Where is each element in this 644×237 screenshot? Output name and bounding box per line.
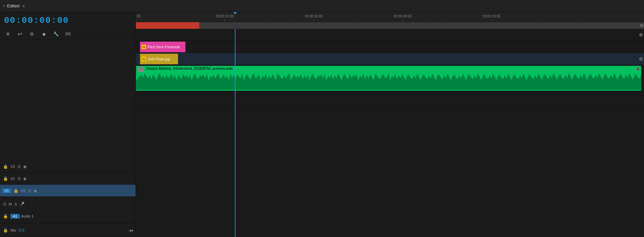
ruler-mark-15: 00:00:15:00 [216,14,234,18]
track-row-v3: 🔒 V3 ⊟ ◉ [0,161,136,173]
a1-s-label[interactable]: S [14,202,17,206]
v1-track-button[interactable]: V1 [2,188,11,193]
v2-sync-icon[interactable]: ⊟ [17,176,21,181]
a1-sync-icon[interactable]: ⊟ [3,202,6,206]
track-row-v1: V1 🔒 V1 ⊟ ◉ [0,185,136,197]
mix-lock-icon[interactable]: 🔒 [3,228,8,233]
app-container: × Edited ≡ 00:00:00:00 ✳ ↩ ⧉ ◆ 🔧 CC [0,0,644,237]
ruler-mark-0: :00:00 [136,14,141,18]
track-headers: 🔒 V3 ⊟ ◉ 🔒 V2 ⊟ ◉ V1 🔒 V1 ⊟ [0,161,136,237]
ruler-container: :00:00 00:00:15:00 00:00:30:00 00:00:45:… [136,12,644,22]
tab-title: Edited [7,3,19,8]
tl-track-v2[interactable]: fx Pitch Deck Presentati [136,41,644,53]
tab-menu-button[interactable]: ≡ [22,3,25,9]
v2-lock-icon[interactable]: 🔒 [3,176,8,181]
v3-eye-icon[interactable]: ◉ [23,164,26,169]
toolbar: ✳ ↩ ⧉ ◆ 🔧 CC [0,28,136,40]
to-end-button[interactable]: ⏮ [129,228,133,233]
a1-lock-icon[interactable]: 🔒 [3,214,8,219]
v3-right-dot [639,33,643,37]
close-tab-button[interactable]: × [3,4,5,8]
wrench-icon[interactable]: 🔧 [52,30,60,38]
progress-bar-row[interactable] [136,22,644,29]
v3-sync-icon[interactable]: ⊟ [17,164,21,169]
tl-mix-row [136,92,644,105]
timeline-content: fx Pitch Deck Presentati fx Josh Photo.j… [136,29,644,237]
waveform-svg [136,71,641,90]
tl-track-v3[interactable] [136,29,644,41]
track-header-space [0,40,136,161]
mix-row: 🔒 Mix 0.0 ⏮ [0,224,136,237]
audio-clip-label: Always Raining_Adobestock_331829750_prev… [146,67,233,70]
tl-track-v1[interactable]: fx Josh Photo.jpg [136,53,644,65]
v1-right-dot [639,57,643,61]
progress-fill [136,22,199,29]
ruler-mark-45: 00:00:45:00 [394,14,412,18]
content-area: 00:00:00:00 ✳ ↩ ⧉ ◆ 🔧 CC 🔒 V3 ⊟ ◉ [0,12,644,237]
pitch-deck-clip[interactable]: fx Pitch Deck Presentati [140,42,185,52]
audio-clip[interactable]: 🎵 Always Raining_Adobestock_331829750_pr… [136,66,641,91]
v2-label: V2 [10,177,15,181]
v1-sync-icon[interactable]: ⊟ [28,188,31,193]
sparkle-icon[interactable]: ✳ [4,30,11,38]
v1-eye-icon[interactable]: ◉ [34,188,37,193]
v1-lock-icon[interactable]: 🔒 [13,188,18,193]
multicam-icon[interactable]: ⧉ [28,30,36,38]
captions-icon[interactable]: CC [64,30,72,38]
a1-name: Audio 1 [21,214,34,218]
marker-icon[interactable]: ◆ [40,30,48,38]
v3-label: V3 [10,165,15,169]
timeline-panel: :00:00 00:00:15:00 00:00:30:00 00:00:45:… [136,12,644,237]
track-row-v2: 🔒 V2 ⊟ ◉ [0,173,136,185]
a1-mic-icon[interactable]: 🎤 [19,202,24,206]
pitch-deck-fx-icon: fx [142,45,146,49]
josh-photo-fx-icon: fx [142,57,146,61]
progress-empty [199,22,644,29]
tab-bar: × Edited ≡ [0,0,644,12]
timeline-tracks: fx Pitch Deck Presentati fx Josh Photo.j… [136,29,644,237]
a1-m-label[interactable]: M [9,202,12,206]
ruler-mark-30: 00:00:30:00 [305,14,323,18]
audio-right-dot [636,67,640,71]
mix-value[interactable]: 0.0 [19,228,24,233]
josh-photo-clip[interactable]: fx Josh Photo.jpg [140,54,178,64]
timeline-ruler[interactable]: :00:00 00:00:15:00 00:00:30:00 00:00:45:… [136,12,644,22]
mix-label: Mix [10,228,16,232]
track-row-a1: ⊟ M S 🎤 🔒 A1 Audio 1 [0,197,136,224]
timecode-display: 00:00:00:00 [0,12,136,28]
pitch-deck-label: Pitch Deck Presentati [148,45,180,49]
v1-label: V1 [21,189,25,193]
a1-track-button[interactable]: A1 [10,214,20,219]
josh-photo-label: Josh Photo.jpg [148,57,170,61]
undo-icon[interactable]: ↩ [16,30,23,38]
v2-eye-icon[interactable]: ◉ [23,176,26,181]
playhead-triangle [233,12,237,14]
left-panel: 00:00:00:00 ✳ ↩ ⧉ ◆ 🔧 CC 🔒 V3 ⊟ ◉ [0,12,136,237]
tl-track-a1[interactable]: 🎵 Always Raining_Adobestock_331829750_pr… [136,65,644,92]
progress-circle [640,24,643,27]
ruler-mark-60: 00:01:00:00 [483,14,500,18]
v3-lock-icon[interactable]: 🔒 [3,164,8,169]
